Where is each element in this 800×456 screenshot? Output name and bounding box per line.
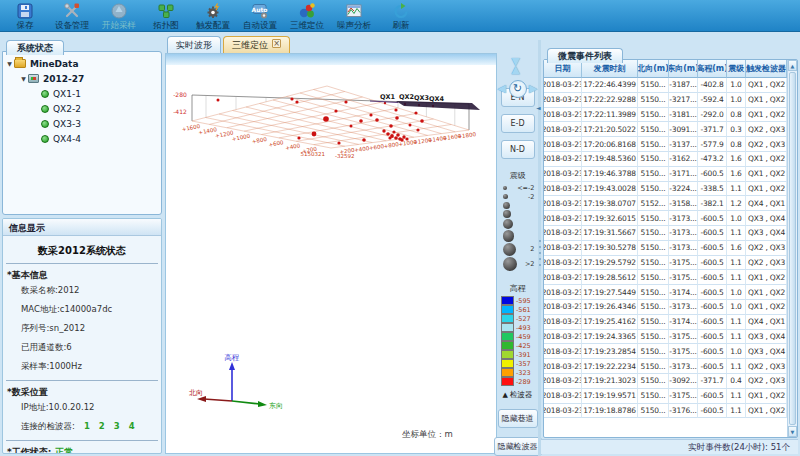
table-row[interactable]: 2018-03-2317:19:26.43465150...-3173...-6… xyxy=(544,300,787,315)
toolbar-auto-settings[interactable]: Auto自动设置 xyxy=(237,1,283,32)
view-e-d-button[interactable]: E-D xyxy=(501,114,535,133)
3d-plot[interactable]: +1600+1400+1200+1000+800+600+400+200+200… xyxy=(166,68,498,308)
table-row[interactable]: 2018-03-2317:19:31.56675150...-3173...-6… xyxy=(544,226,787,241)
table-row[interactable]: 2018-03-2317:19:22.22345150...-3173...-6… xyxy=(544,359,787,374)
table-row[interactable]: 2018-03-2317:19:25.41625150...-3174...-6… xyxy=(544,315,787,330)
tree-item-qx1-1[interactable]: QX1-1 xyxy=(41,86,159,101)
table-row[interactable]: 2018-03-2317:19:46.37885150...-3171...-6… xyxy=(544,167,787,182)
table-cell: -292.0 xyxy=(698,108,727,123)
splitter-collapse-icon[interactable]: ◄ xyxy=(536,104,541,111)
table-cell: QX1 , QX2 , QX... xyxy=(746,285,787,300)
table-cell: -600.5 xyxy=(698,330,727,345)
table-row[interactable]: 2018-03-2317:19:32.60155150...-3173...-6… xyxy=(544,211,787,226)
table-cell: -3175... xyxy=(669,389,698,404)
topology-icon xyxy=(157,2,175,20)
table-cell: 1.1 xyxy=(727,226,746,241)
table-cell: 5150... xyxy=(638,344,669,359)
toolbar-noise-analysis[interactable]: 噪声分析 xyxy=(331,1,377,32)
elevation-label: -493 xyxy=(516,324,534,332)
table-row[interactable]: 2018-03-2317:22:46.43995150...-3187...-4… xyxy=(544,78,787,93)
tree-item-minedata[interactable]: ▼ MineData xyxy=(5,56,159,71)
table-cell: -3181... xyxy=(669,108,698,123)
tab-3d-location[interactable]: 三维定位× xyxy=(223,36,290,53)
expander-icon[interactable]: ▼ xyxy=(19,75,28,82)
expander-icon[interactable]: ▼ xyxy=(5,60,14,67)
table-row[interactable]: 2018-03-2317:21:20.50225150...-3091...-3… xyxy=(544,122,787,137)
hide-geophone-button[interactable]: 隐藏检波器 xyxy=(494,437,542,456)
close-icon[interactable]: × xyxy=(272,39,281,48)
table-row[interactable]: 2018-03-2317:19:21.30235150...-3092...-3… xyxy=(544,374,787,389)
toolbar-topology[interactable]: 拓扑图 xyxy=(143,1,189,32)
panel-splitter[interactable]: ◄ xyxy=(538,40,541,456)
table-row[interactable]: 2018-03-2317:19:48.53605150...-3162...-4… xyxy=(544,152,787,167)
magnitude-circle xyxy=(503,194,509,200)
table-row[interactable]: 2018-03-2317:22:22.92885150...-3217...-5… xyxy=(544,93,787,108)
table-row[interactable]: 2018-03-2317:20:06.81685150...-3137...-5… xyxy=(544,137,787,152)
column-header[interactable]: 北向(m) xyxy=(638,60,669,78)
toolbar-start-sampling[interactable]: 开始采样 xyxy=(96,1,142,32)
table-cell: QX4 , QX1 , QX... xyxy=(746,315,787,330)
scroll-up-icon[interactable]: ▲ xyxy=(788,60,797,71)
color-swatch xyxy=(501,296,514,305)
table-cell: 2018-03-23 xyxy=(544,344,582,359)
scroll-down-icon[interactable]: ▼ xyxy=(788,426,797,437)
rotate-reset-icon[interactable]: ↻ xyxy=(509,80,527,98)
sensor-icon xyxy=(41,105,49,113)
tree-item-qx2-2[interactable]: QX2-2 xyxy=(41,101,159,116)
table-row[interactable]: 2018-03-2317:19:30.52785150...-3173...-6… xyxy=(544,241,787,256)
table-cell: -3187... xyxy=(669,78,698,93)
column-header[interactable]: 触发检波器 xyxy=(746,60,787,78)
section-divider xyxy=(6,263,158,264)
elevation-label: -425 xyxy=(516,342,534,350)
info-section-heading: *数采位置 xyxy=(7,386,161,399)
table-row[interactable]: 2018-03-2317:19:24.33655150...-3175...-6… xyxy=(544,330,787,345)
tab-event-list[interactable]: 微震事件列表 xyxy=(547,48,623,63)
magnitude-legend-row xyxy=(501,202,535,209)
table-row[interactable]: 2018-03-2317:19:27.54495150...-3174...-6… xyxy=(544,285,787,300)
table-cell: 1.1 xyxy=(727,315,746,330)
rotate-down-icon[interactable]: ▼ xyxy=(512,56,520,67)
splitter-handle[interactable] xyxy=(539,240,541,242)
table-row[interactable]: 2018-03-2317:19:19.95715150...-3175...-6… xyxy=(544,389,787,404)
tree-item-qx4-4[interactable]: QX4-4 xyxy=(41,131,159,146)
table-row[interactable]: 2018-03-2317:22:11.39895150...-3181...-2… xyxy=(544,108,787,123)
toolbar-refresh[interactable]: 刷新 xyxy=(378,1,424,32)
column-header[interactable]: 东向(m) xyxy=(669,60,698,78)
tab-realtime-waveform[interactable]: 实时波形 xyxy=(167,36,221,53)
elevation-legend-row: -289 xyxy=(501,377,534,386)
table-row[interactable]: 2018-03-2317:19:28.56125150...-3175...-6… xyxy=(544,270,787,285)
toolbar-device-manage[interactable]: 设备管理 xyxy=(49,1,95,32)
view-n-d-button[interactable]: N-D xyxy=(501,140,535,159)
toolbar-locate-3d[interactable]: 三维定位 xyxy=(284,1,330,32)
tree-item-qx3-3[interactable]: QX3-3 xyxy=(41,116,159,131)
table-row[interactable]: 2018-03-2317:19:43.00285150...-3224...-3… xyxy=(544,182,787,197)
hide-tunnel-button[interactable]: 隐藏巷道 xyxy=(498,409,538,428)
rotate-left-icon[interactable]: ◀ xyxy=(498,83,506,94)
table-scrollbar[interactable]: ▲ ▼ xyxy=(787,60,797,437)
table-row[interactable]: 2018-03-2317:19:29.57925150...-3175...-6… xyxy=(544,256,787,271)
table-row[interactable]: 2018-03-2317:19:38.07075152...-3158...-3… xyxy=(544,196,787,211)
rotate-right-icon[interactable]: ▶ xyxy=(529,83,537,94)
table-cell: 5150... xyxy=(638,137,669,152)
view-rotation-pad[interactable]: ▲ ▼ ◀ ▶ ↻ xyxy=(498,64,538,67)
elevation-arrowhead xyxy=(229,362,235,370)
elevation-label: -391 xyxy=(516,351,534,359)
table-row[interactable]: 2018-03-2317:19:23.28545150...-3175...-6… xyxy=(544,344,787,359)
main-toolbar: 保存设备管理开始采样拓扑图触发配置Auto自动设置三维定位噪声分析刷新 xyxy=(0,0,800,32)
table-cell: 2018-03-23 xyxy=(544,152,582,167)
info-line: 序列号:sn_2012 xyxy=(21,323,161,335)
east-axis-arrow xyxy=(232,401,260,404)
tree-item-device[interactable]: ▼ 2012-27 xyxy=(5,71,159,86)
column-header[interactable]: 高程(m) xyxy=(698,60,727,78)
magnitude-circle xyxy=(503,243,516,256)
magnitude-label: <=-2 xyxy=(517,184,534,192)
table-cell: -3158... xyxy=(669,196,698,211)
column-header[interactable]: 震级 xyxy=(727,60,746,78)
svg-text:+1800: +1800 xyxy=(457,131,477,140)
tab-system-status[interactable]: 系统状态 xyxy=(6,40,64,55)
table-cell: 2018-03-23 xyxy=(544,93,582,108)
toolbar-trigger-config[interactable]: 触发配置 xyxy=(190,1,236,32)
scrollbar-thumb[interactable] xyxy=(789,72,796,425)
table-row[interactable]: 2018-03-2317:19:18.87865150...-3176...-6… xyxy=(544,404,787,419)
toolbar-save[interactable]: 保存 xyxy=(2,1,48,32)
